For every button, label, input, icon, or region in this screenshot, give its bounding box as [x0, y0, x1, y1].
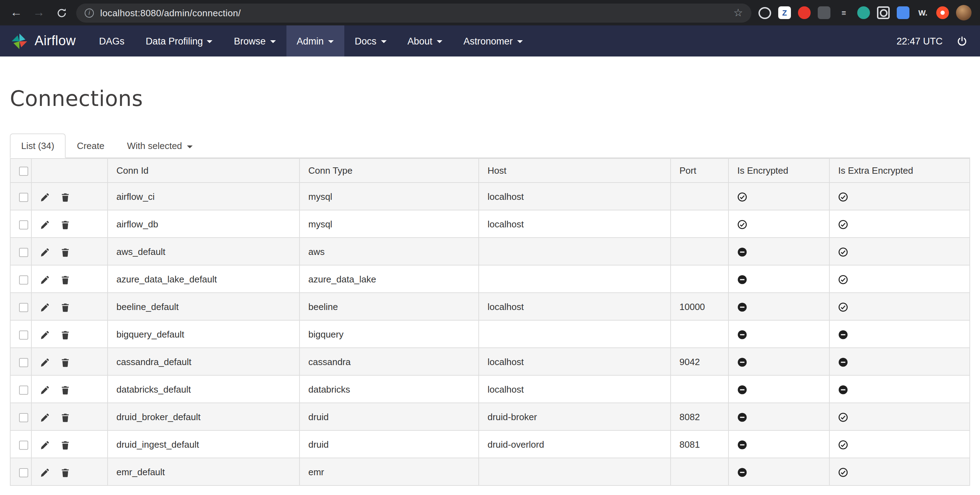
edit-icon[interactable] [40, 303, 49, 312]
conn-id-cell: aws_default [108, 238, 299, 265]
tab-list[interactable]: List (34) [10, 133, 65, 158]
edit-icon[interactable] [40, 248, 49, 257]
delete-icon[interactable] [60, 220, 70, 229]
edit-icon[interactable] [40, 358, 49, 367]
delete-icon[interactable] [60, 192, 70, 201]
edit-icon[interactable] [40, 220, 49, 229]
navbar-item-about[interactable]: About [397, 26, 453, 56]
navbar-item-dags[interactable]: DAGs [89, 26, 135, 56]
row-checkbox[interactable] [19, 330, 28, 339]
conn-id-cell: azure_data_lake_default [108, 265, 299, 293]
table-row: beeline_default beeline localhost 10000 [10, 293, 970, 320]
header-port[interactable]: Port [671, 158, 729, 182]
table-row: airflow_db mysql localhost [10, 210, 970, 238]
edit-icon[interactable] [40, 275, 49, 284]
chevron-down-icon [207, 40, 213, 43]
conn-id-cell: beeline_default [108, 293, 299, 320]
extension-camera-icon[interactable] [877, 6, 890, 19]
delete-icon[interactable] [60, 413, 70, 422]
check-circle-icon [838, 468, 848, 477]
navbar-item-admin[interactable]: Admin [286, 26, 344, 56]
airflow-brand[interactable]: Airflow [0, 26, 89, 56]
row-checkbox[interactable] [19, 275, 28, 284]
delete-icon[interactable] [60, 248, 70, 257]
row-checkbox[interactable] [19, 468, 28, 477]
delete-icon[interactable] [60, 303, 70, 312]
row-checkbox[interactable] [19, 248, 28, 257]
header-host[interactable]: Host [479, 158, 671, 182]
tab-bar: List (34) Create With selected [10, 133, 970, 158]
delete-icon[interactable] [60, 358, 70, 367]
edit-icon[interactable] [40, 440, 49, 449]
chevron-down-icon [517, 40, 522, 43]
row-checkbox[interactable] [19, 385, 28, 394]
header-is-extra-encrypted[interactable]: Is Extra Encrypted [829, 158, 970, 182]
row-checkbox[interactable] [19, 192, 28, 201]
host-cell: localhost [479, 182, 671, 210]
delete-icon[interactable] [60, 468, 70, 477]
delete-icon[interactable] [60, 440, 70, 449]
with-selected-dropdown[interactable]: With selected [116, 133, 204, 158]
row-checkbox[interactable] [19, 440, 28, 449]
edit-icon[interactable] [40, 330, 49, 339]
header-is-encrypted[interactable]: Is Encrypted [729, 158, 829, 182]
navbar-item-docs[interactable]: Docs [344, 26, 397, 56]
minus-circle-icon [737, 247, 747, 257]
extension-red-icon[interactable] [798, 6, 811, 19]
header-conn-id[interactable]: Conn Id [108, 158, 299, 182]
port-cell [671, 320, 729, 348]
delete-icon[interactable] [60, 385, 70, 394]
power-icon[interactable] [957, 36, 967, 46]
is-extra-encrypted-cell [829, 430, 970, 458]
page-info-icon[interactable]: i [85, 8, 94, 17]
navbar-item-data-profiling[interactable]: Data Profiling [135, 26, 223, 56]
extension-z-icon[interactable]: Z [778, 6, 791, 19]
edit-icon[interactable] [40, 192, 49, 201]
edit-icon[interactable] [40, 385, 49, 394]
navbar-item-astronomer[interactable]: Astronomer [453, 26, 533, 56]
is-extra-encrypted-cell [829, 238, 970, 265]
browser-profile-avatar[interactable] [956, 5, 972, 21]
back-icon[interactable]: ← [8, 5, 24, 21]
forward-icon[interactable]: → [31, 5, 46, 21]
check-circle-icon [838, 302, 848, 312]
conn-type-cell: databricks [299, 375, 479, 403]
navbar-item-browse[interactable]: Browse [223, 26, 286, 56]
bookmark-star-icon[interactable]: ☆ [733, 6, 743, 19]
extension-gray-icon[interactable] [818, 6, 830, 19]
row-checkbox[interactable] [19, 220, 28, 229]
edit-icon[interactable] [40, 468, 49, 477]
table-row: emr_default emr [10, 458, 970, 485]
select-all-checkbox[interactable] [19, 167, 28, 176]
delete-icon[interactable] [60, 275, 70, 284]
extension-teal-icon[interactable] [857, 6, 870, 19]
minus-circle-icon [737, 275, 747, 284]
chevron-down-icon [328, 40, 334, 43]
minus-circle-icon [737, 330, 747, 340]
extension-ring-icon[interactable] [759, 7, 771, 19]
chevron-down-icon [381, 40, 386, 43]
check-circle-icon [838, 275, 848, 284]
row-checkbox[interactable] [19, 413, 28, 422]
host-cell: localhost [479, 210, 671, 238]
tab-list-label: List (34) [21, 141, 54, 151]
tab-create[interactable]: Create [65, 133, 116, 158]
table-row: azure_data_lake_default azure_data_lake [10, 265, 970, 293]
conn-id-cell: databricks_default [108, 375, 299, 403]
minus-circle-icon [838, 330, 848, 340]
header-conn-type[interactable]: Conn Type [299, 158, 479, 182]
row-checkbox[interactable] [19, 303, 28, 312]
minus-circle-icon [737, 468, 747, 477]
row-checkbox[interactable] [19, 358, 28, 367]
is-encrypted-cell [729, 238, 829, 265]
url-bar[interactable]: i localhost:8080/admin/connection/ ☆ [76, 3, 751, 22]
reload-icon[interactable] [54, 5, 69, 21]
minus-circle-icon [737, 357, 747, 367]
extension-stack-icon[interactable]: ≡ [837, 6, 850, 19]
extension-orange-icon[interactable] [936, 6, 949, 19]
extension-w-icon[interactable]: W. [916, 6, 929, 19]
page-content: Connections List (34) Create With select… [0, 86, 980, 486]
extension-blue-icon[interactable] [897, 6, 910, 19]
delete-icon[interactable] [60, 330, 70, 339]
edit-icon[interactable] [40, 413, 49, 422]
